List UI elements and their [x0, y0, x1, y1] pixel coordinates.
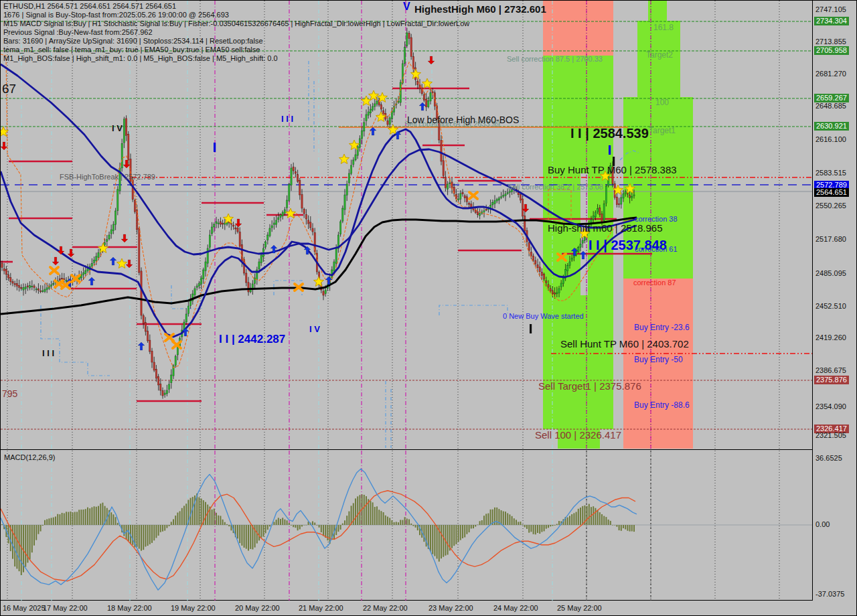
buy-entry-236-label: Buy Entry -23.6 — [634, 323, 690, 332]
indicator-signal-line: M15 MACD Signal is:Buy | H1 Stochastic S… — [3, 19, 469, 28]
star-signal-icon — [361, 96, 371, 106]
tema-line-plot — [1, 54, 634, 368]
buy-arrow-icon — [419, 102, 426, 110]
wave2-label: I I | 2584.539 — [570, 127, 649, 141]
time-axis-label[interactable]: 18 May 22:00 — [107, 604, 152, 612]
time-axis-label[interactable]: 19 May 22:00 — [171, 604, 216, 612]
time-axis-label[interactable]: 16 May 2025 — [3, 604, 46, 612]
buy-arrow-icon — [88, 277, 95, 285]
price-axis-label: 2354.090 — [815, 402, 846, 410]
price-axis-label: 2517.680 — [815, 235, 846, 243]
star-signal-icon — [339, 154, 349, 164]
star-signal-icon — [313, 277, 323, 287]
correction-87-label: correction 87 — [633, 279, 676, 287]
new-buy-wave-label: 0 New Buy Wave started — [503, 313, 584, 321]
star-signal-icon — [376, 112, 386, 122]
label-795: 795 — [2, 389, 17, 399]
time-axis[interactable]: 16 May 202517 May 22:0018 May 22:0019 Ma… — [1, 601, 857, 616]
fib-zone — [543, 1, 613, 56]
correction-61-label: correction 61 — [635, 246, 678, 254]
previous-signal-line: Previous Signal :Buy-New-fast from:2567.… — [3, 28, 469, 37]
star-signal-icon — [116, 258, 127, 268]
macd-axis-label: 36.6525 — [815, 454, 842, 462]
sell-arrow-icon — [1, 142, 7, 150]
price-chart-panel[interactable]: V HighestHigh M60 | 2732.601 ETHUSD,H1 2… — [1, 1, 812, 450]
high-shift-label: High-shift m60 | 2518.965 — [548, 223, 663, 234]
time-axis-label[interactable]: 20 May 22:00 — [235, 604, 280, 612]
target1-label: Target1 — [649, 127, 676, 135]
macd-indicator-panel[interactable]: MACD(12,26,9) — [1, 451, 812, 601]
candlesticks — [1, 28, 635, 399]
time-axis-label[interactable]: 17 May 22:00 — [43, 604, 88, 612]
macd-axis-label: 0.00 — [815, 520, 830, 528]
sell-hunt-tp-label: Sell Hunt TP M60 | 2403.702 — [560, 339, 689, 350]
price-axis-badge: 2705.958 — [814, 46, 849, 55]
star-signal-icon — [98, 243, 108, 253]
sell-arrow-icon — [126, 260, 133, 268]
wave-iv-top-label: I V — [112, 124, 123, 133]
time-axis-label[interactable]: 23 May 22:00 — [428, 604, 473, 612]
wave-tick — [609, 145, 611, 155]
wave-tick — [530, 324, 532, 333]
time-axis-label[interactable]: 24 May 22:00 — [493, 604, 538, 612]
price-axis-label: 2452.510 — [815, 302, 846, 310]
price-axis-label: 2550.265 — [815, 202, 846, 210]
macd-indicator-label: MACD(12,26,9) — [4, 453, 55, 461]
price-axis-badge: 2564.651 — [814, 188, 849, 197]
wave-iv-blue-label: I V — [309, 325, 320, 334]
chart-info-block: ETHUSD,H1 2564.571 2564.651 2564.571 256… — [3, 2, 469, 63]
bars-line: Bars: 31690 | ArraySize UpSignal: 31690 … — [3, 37, 469, 46]
sell-correction-87-label: Sell correction 87.5 | 2700.33 — [507, 56, 603, 64]
wave-iii-blue-label: I I I — [281, 114, 293, 124]
wave-iii-black-label: I I I — [42, 349, 54, 358]
price-axis-label: 2713.855 — [815, 37, 846, 46]
sell-arrow-icon — [52, 257, 59, 265]
label-67: 67 — [2, 82, 16, 96]
price-axis-label: 2648.685 — [815, 102, 846, 110]
sell-100-label: Sell 100 | 2326.417 — [535, 430, 621, 441]
correction-38-label: correction 38 — [635, 216, 678, 224]
macd-canvas[interactable] — [1, 451, 812, 601]
sell-arrow-icon — [68, 249, 74, 257]
price-axis-badge: 2375.876 — [814, 376, 849, 384]
price-axis-label: 2386.675 — [815, 366, 846, 374]
star-signal-icon — [422, 78, 432, 88]
price-axis-badge: 2734.304 — [814, 17, 849, 25]
buy-arrow-icon — [110, 257, 116, 265]
target2-label: Target2 — [646, 51, 673, 60]
price-axis-label: 2419.260 — [815, 333, 846, 341]
mt4-terminal: V HighestHigh M60 | 2732.601 ETHUSD,H1 2… — [0, 0, 857, 616]
price-axis-label: 2583.515 — [815, 169, 846, 177]
price-chart-canvas[interactable]: V — [1, 1, 812, 449]
buy-entry-886-label: Buy Entry -88.6 — [634, 401, 690, 410]
buy-arrow-icon — [138, 342, 145, 350]
bos-line: M1_High_BOS:false | High_shift_m1: 0.0 |… — [3, 54, 469, 63]
price-axis-badge: 2630.921 — [814, 122, 849, 131]
price-axis-label: 2616.100 — [815, 135, 846, 143]
signal-line: 1676 | Signal is Buy-Stop-fast from:2025… — [3, 11, 469, 19]
sell-correction-38-label: Sell correction 38.2 | 2573.08 — [508, 183, 603, 191]
time-axis-label[interactable]: 21 May 22:00 — [299, 604, 343, 612]
price-axis-label: 2681.270 — [815, 70, 846, 78]
price-axis-label: 2485.095 — [815, 269, 846, 277]
buy-entry-50-label: Buy Entry -50 — [634, 356, 683, 364]
time-axis-label[interactable]: 22 May 22:00 — [363, 604, 408, 612]
buy-hunt-tp-label: Buy Hunt TP M60 | 2578.383 — [548, 165, 677, 175]
sell-arrow-icon — [121, 234, 128, 242]
sell-target1-label: Sell Target1 | 2375.876 — [538, 381, 641, 392]
price-axis[interactable]: 2747.1052734.3042713.8552705.9582681.270… — [812, 1, 857, 601]
price-axis-label: 2321.505 — [815, 431, 846, 439]
sell-arrow-icon — [235, 219, 242, 227]
price-axis-label: 2747.105 — [815, 5, 846, 13]
time-axis-label[interactable]: 25 May 22:00 — [557, 604, 602, 612]
low-before-high-label: Low before High M60-BOS — [407, 115, 519, 125]
symbol-ohlc-line: ETHUSD,H1 2564.571 2564.651 2564.571 256… — [3, 2, 469, 11]
fib-100-label: 100 — [655, 98, 669, 107]
bos-structure-line — [41, 305, 110, 376]
wave-tick — [214, 143, 216, 152]
wave-ii-label: I I | 2442.287 — [219, 333, 285, 345]
bos-structure-line — [439, 305, 508, 315]
macd-axis-label: -37.0375 — [815, 590, 844, 598]
tema-line: tema_m1_sell: false | tema_m1_buy: true … — [3, 46, 469, 54]
fib-161-label: 161.8 — [653, 23, 674, 32]
